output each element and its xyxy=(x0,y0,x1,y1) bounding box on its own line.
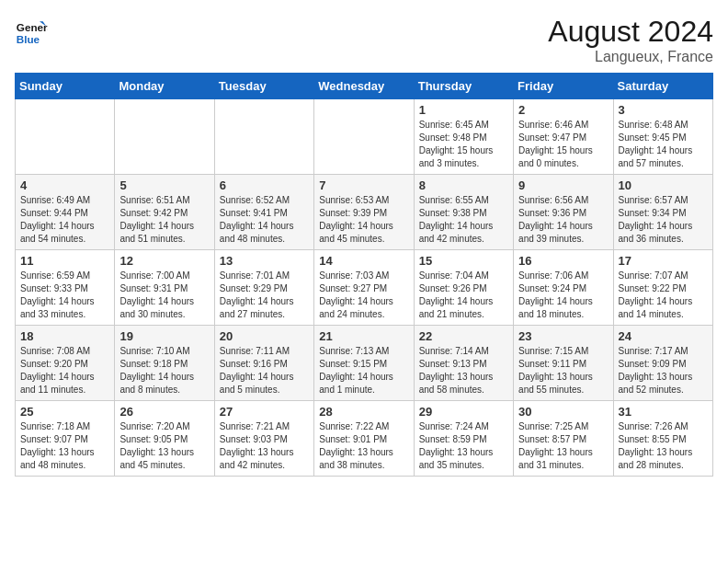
calendar-cell: 12Sunrise: 7:00 AM Sunset: 9:31 PM Dayli… xyxy=(115,250,214,326)
day-number: 17 xyxy=(619,254,708,268)
calendar-cell: 18Sunrise: 7:08 AM Sunset: 9:20 PM Dayli… xyxy=(16,326,115,401)
day-number: 4 xyxy=(20,178,109,192)
calendar-cell xyxy=(16,99,115,175)
day-header-thursday: Thursday xyxy=(414,74,513,99)
calendar-cell: 2Sunrise: 6:46 AM Sunset: 9:47 PM Daylig… xyxy=(514,99,613,175)
day-number: 16 xyxy=(518,254,608,268)
cell-info: Sunrise: 7:21 AM Sunset: 9:03 PM Dayligh… xyxy=(220,420,309,472)
day-number: 7 xyxy=(319,178,408,192)
title-area: August 2024 Langueux, France xyxy=(548,15,713,65)
calendar-header-row: SundayMondayTuesdayWednesdayThursdayFrid… xyxy=(16,74,713,99)
cell-info: Sunrise: 6:56 AM Sunset: 9:36 PM Dayligh… xyxy=(518,194,608,246)
calendar-cell xyxy=(115,99,214,175)
calendar-cell: 20Sunrise: 7:11 AM Sunset: 9:16 PM Dayli… xyxy=(214,326,313,401)
cell-info: Sunrise: 7:01 AM Sunset: 9:29 PM Dayligh… xyxy=(220,270,309,321)
calendar-cell: 7Sunrise: 6:53 AM Sunset: 9:39 PM Daylig… xyxy=(314,175,414,250)
day-number: 19 xyxy=(119,329,209,343)
day-header-friday: Friday xyxy=(514,74,613,99)
calendar-cell: 4Sunrise: 6:49 AM Sunset: 9:44 PM Daylig… xyxy=(16,175,115,250)
day-header-saturday: Saturday xyxy=(613,74,712,99)
cell-info: Sunrise: 7:10 AM Sunset: 9:18 PM Dayligh… xyxy=(119,345,209,396)
calendar-cell: 24Sunrise: 7:17 AM Sunset: 9:09 PM Dayli… xyxy=(613,326,712,401)
day-number: 23 xyxy=(518,329,608,343)
calendar-cell: 11Sunrise: 6:59 AM Sunset: 9:33 PM Dayli… xyxy=(16,250,115,326)
day-header-sunday: Sunday xyxy=(16,74,115,99)
day-number: 15 xyxy=(419,254,508,268)
calendar-cell: 8Sunrise: 6:55 AM Sunset: 9:38 PM Daylig… xyxy=(414,175,513,250)
calendar-cell: 5Sunrise: 6:51 AM Sunset: 9:42 PM Daylig… xyxy=(115,175,214,250)
calendar-cell: 27Sunrise: 7:21 AM Sunset: 9:03 PM Dayli… xyxy=(214,401,313,477)
day-number: 6 xyxy=(220,178,309,192)
day-number: 21 xyxy=(319,329,408,343)
day-number: 5 xyxy=(119,178,209,192)
cell-info: Sunrise: 7:24 AM Sunset: 8:59 PM Dayligh… xyxy=(419,420,508,472)
day-number: 20 xyxy=(220,329,309,343)
cell-info: Sunrise: 7:17 AM Sunset: 9:09 PM Dayligh… xyxy=(619,345,708,396)
day-number: 28 xyxy=(319,405,408,419)
cell-info: Sunrise: 7:22 AM Sunset: 9:01 PM Dayligh… xyxy=(319,420,408,472)
cell-info: Sunrise: 6:59 AM Sunset: 9:33 PM Dayligh… xyxy=(20,270,109,321)
cell-info: Sunrise: 6:57 AM Sunset: 9:34 PM Dayligh… xyxy=(619,194,708,246)
calendar-cell: 15Sunrise: 7:04 AM Sunset: 9:26 PM Dayli… xyxy=(414,250,513,326)
day-number: 12 xyxy=(119,254,209,268)
calendar-cell: 23Sunrise: 7:15 AM Sunset: 9:11 PM Dayli… xyxy=(514,326,613,401)
day-number: 10 xyxy=(619,178,708,192)
calendar-week-2: 4Sunrise: 6:49 AM Sunset: 9:44 PM Daylig… xyxy=(16,175,713,250)
day-number: 25 xyxy=(20,405,109,419)
calendar-cell: 1Sunrise: 6:45 AM Sunset: 9:48 PM Daylig… xyxy=(414,99,513,175)
calendar-body: 1Sunrise: 6:45 AM Sunset: 9:48 PM Daylig… xyxy=(16,99,713,477)
cell-info: Sunrise: 6:51 AM Sunset: 9:42 PM Dayligh… xyxy=(119,194,209,246)
calendar-cell: 6Sunrise: 6:52 AM Sunset: 9:41 PM Daylig… xyxy=(214,175,313,250)
calendar-cell: 3Sunrise: 6:48 AM Sunset: 9:45 PM Daylig… xyxy=(613,99,712,175)
logo: General Blue xyxy=(15,15,48,48)
calendar-cell: 30Sunrise: 7:25 AM Sunset: 8:57 PM Dayli… xyxy=(514,401,613,477)
day-header-monday: Monday xyxy=(115,74,214,99)
day-number: 14 xyxy=(319,254,408,268)
day-number: 9 xyxy=(518,178,608,192)
calendar-cell: 22Sunrise: 7:14 AM Sunset: 9:13 PM Dayli… xyxy=(414,326,513,401)
cell-info: Sunrise: 7:14 AM Sunset: 9:13 PM Dayligh… xyxy=(419,345,508,396)
day-number: 18 xyxy=(20,329,109,343)
cell-info: Sunrise: 7:20 AM Sunset: 9:05 PM Dayligh… xyxy=(119,420,209,472)
day-number: 29 xyxy=(419,405,508,419)
calendar-cell xyxy=(314,99,414,175)
calendar-cell: 28Sunrise: 7:22 AM Sunset: 9:01 PM Dayli… xyxy=(314,401,414,477)
calendar-cell: 13Sunrise: 7:01 AM Sunset: 9:29 PM Dayli… xyxy=(214,250,313,326)
cell-info: Sunrise: 7:26 AM Sunset: 8:55 PM Dayligh… xyxy=(619,420,708,472)
cell-info: Sunrise: 6:48 AM Sunset: 9:45 PM Dayligh… xyxy=(619,119,708,170)
calendar-cell: 10Sunrise: 6:57 AM Sunset: 9:34 PM Dayli… xyxy=(613,175,712,250)
calendar-cell: 19Sunrise: 7:10 AM Sunset: 9:18 PM Dayli… xyxy=(115,326,214,401)
day-header-wednesday: Wednesday xyxy=(314,74,414,99)
cell-info: Sunrise: 7:04 AM Sunset: 9:26 PM Dayligh… xyxy=(419,270,508,321)
cell-info: Sunrise: 7:13 AM Sunset: 9:15 PM Dayligh… xyxy=(319,345,408,396)
page-header: General Blue August 2024 Langueux, Franc… xyxy=(15,15,713,65)
calendar-cell: 17Sunrise: 7:07 AM Sunset: 9:22 PM Dayli… xyxy=(613,250,712,326)
cell-info: Sunrise: 7:03 AM Sunset: 9:27 PM Dayligh… xyxy=(319,270,408,321)
calendar-cell: 31Sunrise: 7:26 AM Sunset: 8:55 PM Dayli… xyxy=(613,401,712,477)
calendar-table: SundayMondayTuesdayWednesdayThursdayFrid… xyxy=(15,73,713,477)
cell-info: Sunrise: 7:11 AM Sunset: 9:16 PM Dayligh… xyxy=(220,345,309,396)
location-subtitle: Langueux, France xyxy=(548,49,713,65)
calendar-week-4: 18Sunrise: 7:08 AM Sunset: 9:20 PM Dayli… xyxy=(16,326,713,401)
logo-icon: General Blue xyxy=(15,15,48,48)
cell-info: Sunrise: 6:49 AM Sunset: 9:44 PM Dayligh… xyxy=(20,194,109,246)
calendar-cell: 9Sunrise: 6:56 AM Sunset: 9:36 PM Daylig… xyxy=(514,175,613,250)
day-number: 2 xyxy=(518,103,608,117)
cell-info: Sunrise: 7:06 AM Sunset: 9:24 PM Dayligh… xyxy=(518,270,608,321)
month-title: August 2024 xyxy=(548,15,713,49)
cell-info: Sunrise: 6:45 AM Sunset: 9:48 PM Dayligh… xyxy=(419,119,508,170)
cell-info: Sunrise: 6:55 AM Sunset: 9:38 PM Dayligh… xyxy=(419,194,508,246)
day-number: 30 xyxy=(518,405,608,419)
day-header-tuesday: Tuesday xyxy=(214,74,313,99)
svg-text:Blue: Blue xyxy=(17,33,40,45)
day-number: 1 xyxy=(419,103,508,117)
day-number: 24 xyxy=(619,329,708,343)
calendar-week-5: 25Sunrise: 7:18 AM Sunset: 9:07 PM Dayli… xyxy=(16,401,713,477)
day-number: 22 xyxy=(419,329,508,343)
day-number: 31 xyxy=(619,405,708,419)
cell-info: Sunrise: 6:52 AM Sunset: 9:41 PM Dayligh… xyxy=(220,194,309,246)
calendar-cell: 16Sunrise: 7:06 AM Sunset: 9:24 PM Dayli… xyxy=(514,250,613,326)
calendar-cell: 25Sunrise: 7:18 AM Sunset: 9:07 PM Dayli… xyxy=(16,401,115,477)
day-number: 11 xyxy=(20,254,109,268)
cell-info: Sunrise: 7:25 AM Sunset: 8:57 PM Dayligh… xyxy=(518,420,608,472)
